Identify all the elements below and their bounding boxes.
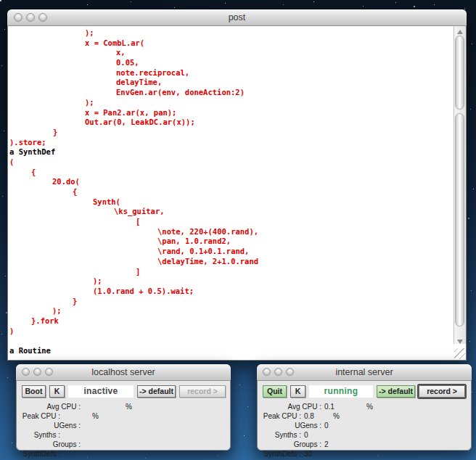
close-icon[interactable] bbox=[263, 368, 271, 376]
stat-label: Avg CPU : bbox=[258, 403, 321, 411]
zoom-icon[interactable] bbox=[286, 368, 294, 376]
scrollbar-track-capsule[interactable] bbox=[455, 113, 464, 326]
stat-label: Avg CPU : bbox=[17, 403, 81, 411]
stat-value: 0.1 bbox=[321, 403, 335, 411]
stat-value: 0.8 bbox=[301, 412, 314, 420]
code-line: x = CombL.ar( bbox=[8, 38, 453, 49]
stat-label: Peak CPU : bbox=[258, 412, 301, 420]
code-line: note.reciprocal, bbox=[8, 68, 453, 78]
code-line: \note, 220+(400.rand), bbox=[8, 227, 453, 237]
code-line: ); bbox=[8, 306, 453, 316]
scroll-up-icon[interactable] bbox=[457, 30, 463, 34]
stat-row: UGens : bbox=[17, 421, 140, 430]
stat-label: Synths : bbox=[17, 431, 60, 439]
code-line: x = Pan2.ar(x, pan); bbox=[8, 108, 453, 118]
stat-label: UGens : bbox=[258, 422, 321, 430]
code-line: delayTime, bbox=[8, 78, 453, 88]
minimize-icon[interactable] bbox=[274, 368, 282, 376]
minimize-icon[interactable] bbox=[26, 13, 35, 22]
zoom-icon[interactable] bbox=[38, 13, 47, 22]
stat-suffix: % bbox=[366, 403, 378, 411]
stat-value: 30 bbox=[301, 450, 312, 458]
vertical-scrollbar[interactable] bbox=[454, 26, 466, 344]
post-text-view[interactable]: ); x = CombL.ar( x, 0.05, note.reciproca… bbox=[8, 28, 453, 360]
code-line: ).store; bbox=[8, 138, 453, 148]
server-titlebar[interactable]: localhost server bbox=[16, 364, 231, 381]
code-line: ] bbox=[8, 267, 453, 277]
code-line: EnvGen.ar(env, doneAction:2) bbox=[8, 88, 453, 98]
stat-row: Avg CPU : 0.1 % bbox=[258, 402, 381, 411]
code-line: ); bbox=[8, 28, 453, 38]
code-line: { bbox=[8, 187, 453, 197]
stat-row: Groups : bbox=[17, 440, 140, 449]
close-icon[interactable] bbox=[22, 368, 30, 376]
stat-value: 2 bbox=[321, 440, 329, 448]
code-line: } bbox=[8, 128, 453, 138]
stat-suffix: % bbox=[333, 412, 345, 420]
boot-quit-button[interactable]: Quit bbox=[263, 385, 287, 398]
stat-row: Avg CPU : % bbox=[17, 402, 140, 411]
stat-row: Synths : 0 bbox=[258, 430, 349, 440]
code-line: ) bbox=[8, 326, 453, 337]
make-default-button[interactable]: -> default bbox=[137, 385, 176, 398]
server-stats: Avg CPU : % Peak CPU : % UGens : bbox=[17, 402, 230, 459]
code-line: 20.do( bbox=[8, 177, 453, 187]
stat-value: 0 bbox=[321, 422, 329, 430]
stat-suffix: % bbox=[126, 403, 137, 411]
code-line: [ bbox=[8, 217, 453, 227]
stat-label: SynthDefs : bbox=[17, 450, 60, 458]
desktop: { "accent_colors": { "code_red": "#dd000… bbox=[0, 0, 476, 460]
stat-suffix: % bbox=[92, 412, 104, 420]
scroll-down-icon[interactable] bbox=[457, 340, 463, 344]
kill-button[interactable]: K bbox=[290, 385, 305, 398]
code-line: ); bbox=[8, 276, 453, 287]
server-status: inactive bbox=[68, 385, 134, 398]
code-line: ); bbox=[8, 98, 453, 108]
stat-row: Peak CPU : 0.8 % bbox=[258, 411, 349, 421]
post-titlebar[interactable]: post bbox=[7, 9, 467, 26]
stat-row: Synths : bbox=[17, 430, 108, 440]
code-line bbox=[8, 336, 453, 346]
make-default-button[interactable]: -> default bbox=[377, 385, 415, 398]
stat-label: Groups : bbox=[258, 440, 321, 448]
stat-label: UGens : bbox=[17, 422, 81, 430]
minimize-icon[interactable] bbox=[33, 368, 41, 376]
code-line: 0.05, bbox=[8, 58, 453, 68]
server-titlebar[interactable]: internal server bbox=[257, 364, 472, 381]
code-line: \pan, 1.0.rand2, bbox=[8, 237, 453, 247]
stat-row: SynthDefs : bbox=[17, 449, 108, 459]
code-line: } bbox=[8, 297, 453, 307]
server-window: internal server Quit K running -> defaul… bbox=[257, 364, 472, 451]
close-icon[interactable] bbox=[14, 13, 22, 22]
code-line: \delayTime, 2+1.0.rand bbox=[8, 257, 453, 267]
resize-grip-icon[interactable] bbox=[454, 348, 465, 359]
code-line: a Routine bbox=[8, 346, 453, 356]
zoom-icon[interactable] bbox=[45, 368, 53, 376]
server-button-row: Quit K running -> default record > bbox=[258, 381, 471, 398]
kill-button[interactable]: K bbox=[49, 385, 65, 398]
server-window: localhost server Boot K inactive -> defa… bbox=[16, 364, 231, 451]
stat-row: Peak CPU : % bbox=[17, 411, 108, 421]
stat-label: SynthDefs : bbox=[258, 450, 301, 458]
starfield-bright bbox=[0, 0, 1, 1]
post-content: ); x = CombL.ar( x, 0.05, note.reciproca… bbox=[8, 26, 466, 360]
server-window-title: internal server bbox=[335, 367, 393, 377]
server-stats: Avg CPU : 0.1 % Peak CPU : 0.8 % UGens :… bbox=[258, 402, 471, 459]
post-window-title: post bbox=[229, 12, 246, 22]
record-button[interactable]: record > bbox=[179, 385, 226, 398]
code-line: \rand, 0.1+0.1.rand, bbox=[8, 247, 453, 257]
stat-value: 0 bbox=[301, 431, 308, 439]
stat-label: Groups : bbox=[17, 440, 81, 448]
code-line: Synth( bbox=[8, 197, 453, 208]
code-line: a SynthDef bbox=[8, 147, 453, 157]
record-button[interactable]: record > bbox=[419, 385, 465, 398]
scrollbar-thumb[interactable] bbox=[455, 36, 464, 110]
code-line: \ks_guitar, bbox=[8, 207, 453, 217]
code-line: ( bbox=[8, 157, 453, 168]
server-status: running bbox=[309, 385, 373, 398]
code-line: Out.ar(0, LeakDC.ar(x)); bbox=[8, 118, 453, 128]
code-line: x, bbox=[8, 48, 453, 58]
boot-quit-button[interactable]: Boot bbox=[22, 385, 46, 398]
server-window-title: localhost server bbox=[91, 367, 155, 377]
post-window: post ); x = CombL.ar( x, 0.05, note.reci… bbox=[7, 10, 467, 361]
